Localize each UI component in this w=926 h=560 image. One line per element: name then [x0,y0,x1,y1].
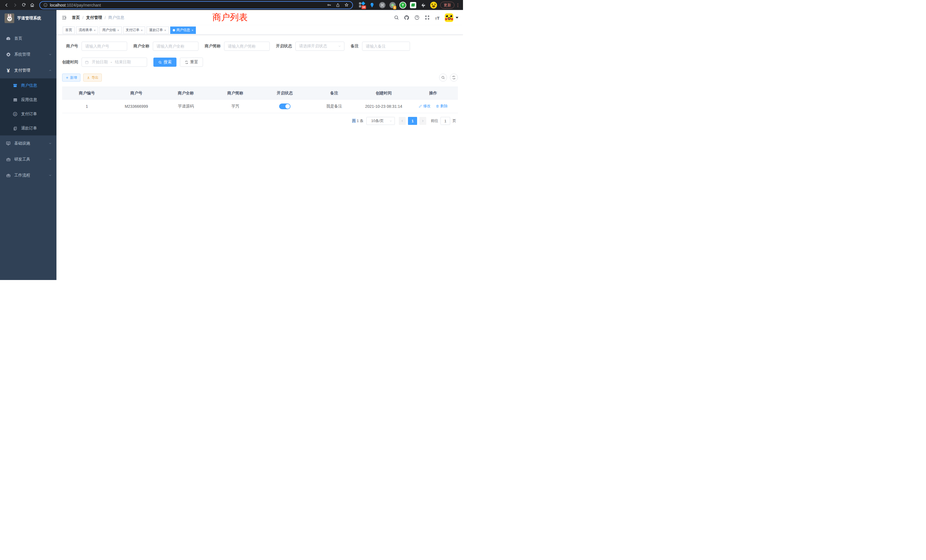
tab-user-group[interactable]: 用户分组× [100,27,121,34]
password-key-icon[interactable] [327,3,331,8]
forward-arrow-icon [12,3,18,8]
date-end-placeholder: 结束日期 [115,60,131,65]
full-name-input[interactable] [153,42,198,51]
help-icon[interactable] [414,15,420,21]
header-search-button[interactable] [393,15,399,21]
sidebar-item-dev-tools[interactable]: 研发工具 [0,151,56,167]
cell-merchant-no: M233666999 [112,100,161,113]
tab-process-form[interactable]: 流程表单× [76,27,98,34]
sidebar-item-workflow[interactable]: 工作流程 [0,167,56,183]
tab-home[interactable]: 首页 [63,27,75,34]
menu-fold-button[interactable] [61,15,67,21]
update-label: 更新 [443,3,451,8]
toggle-knob [285,104,290,109]
extension-circle-icon[interactable]: 1 [389,2,396,9]
chat-app-icon [410,2,416,8]
close-icon[interactable]: × [94,29,95,32]
extension-command-icon[interactable] [378,2,386,9]
github-icon[interactable] [404,15,409,21]
close-icon[interactable]: × [141,29,142,32]
user-menu[interactable] [445,14,458,22]
date-range-picker[interactable]: 开始日期 - 结束日期 [82,58,147,67]
sidebar-item-label: 研发工具 [14,157,30,162]
browser-menu-button[interactable]: ⋮ [455,3,460,8]
tags-view-bar: 首页 流程表单× 用户分组× 支付订单× 退款订单× 商户信息× [56,25,463,35]
close-icon[interactable]: × [117,29,119,32]
chevron-down-icon [48,158,52,161]
delete-link[interactable]: 删除 [436,103,448,109]
extension-y-icon[interactable]: Y [399,2,407,9]
extensions-puzzle-icon[interactable] [420,2,427,9]
fullscreen-icon[interactable] [424,15,430,21]
delete-label: 删除 [440,103,448,109]
browser-forward-button[interactable] [11,2,19,9]
grid-square-icon [359,5,361,8]
avatar-mouth [448,17,451,20]
browser-home-button[interactable] [29,2,36,9]
sidebar-item-merchant-info[interactable]: 商户信息 [0,79,56,93]
edit-label: 修改 [423,103,431,109]
prev-page-button[interactable] [399,117,406,125]
search-button[interactable]: 搜索 [153,58,177,67]
calendar-icon [85,60,89,64]
tab-label: 支付订单 [126,28,139,32]
toggle-search-button[interactable] [439,74,447,82]
bookmark-star-icon[interactable] [344,3,349,8]
sidebar-item-refund-order[interactable]: 退款订单 [0,121,56,135]
gauge-icon [6,36,11,41]
browser-back-button[interactable] [3,2,10,9]
tab-refund-order[interactable]: 退款订单× [147,27,168,34]
add-button[interactable]: 新增 [62,74,80,82]
breadcrumb-pay[interactable]: 支付管理 [86,15,102,20]
close-icon[interactable]: × [164,29,166,32]
remark-input[interactable] [362,42,410,51]
avatar-eye [450,15,452,17]
share-icon[interactable] [336,3,340,8]
address-bar[interactable]: localhost:1024/pay/merchant [39,1,353,9]
sidebar-item-label: 支付管理 [14,68,30,73]
browser-update-button[interactable]: 更新 [440,2,454,9]
page-size-select[interactable]: 10条/页 [366,117,395,125]
goto-page-input[interactable] [440,117,450,125]
download-icon [87,76,90,79]
breadcrumb-home[interactable]: 首页 [72,15,80,20]
extension-emoji-icon[interactable] [430,2,437,9]
sidebar-item-app-info[interactable]: 应用信息 [0,93,56,107]
refresh-table-button[interactable] [450,74,458,82]
sidebar-item-pay[interactable]: ¥ 支付管理 [0,62,56,79]
extension-badge: 1 [393,6,396,9]
extension-grid-icon[interactable]: 10 [358,2,366,9]
extension-chat-icon[interactable] [409,2,417,9]
export-button-label: 导出 [92,75,98,80]
status-toggle-on[interactable] [279,103,291,109]
tab-pay-order[interactable]: 支付订单× [123,27,145,34]
sidebar-item-system[interactable]: 系统管理 [0,47,56,62]
close-icon[interactable]: × [192,29,193,32]
extension-pin-icon[interactable] [368,2,376,9]
tab-merchant-info[interactable]: 商户信息× [170,27,196,34]
sidebar-item-pay-order[interactable]: ¥ 支付订单 [0,107,56,121]
filter-label: 开启状态 [276,44,295,49]
merchant-no-input[interactable] [82,42,127,51]
cell-merchant-id: 1 [62,100,112,113]
edit-link[interactable]: 修改 [419,103,431,109]
sidebar-item-infra[interactable]: 基础设施 [0,135,56,151]
col-actions: 操作 [409,87,458,100]
reset-button[interactable]: 重置 [180,58,203,67]
breadcrumb-separator: / [104,15,106,20]
page-unit-label: 页 [452,118,456,123]
filter-row-1: 商户号 商户全称 商户简称 开启状态 请选择开启状态 [62,42,458,51]
filter-remark: 备注 [351,42,410,51]
sidebar-item-home[interactable]: 首页 [0,30,56,47]
app-logo-row[interactable]: 芋道管理系统 [0,10,56,27]
font-size-icon[interactable]: TT [434,15,440,21]
back-arrow-icon [4,3,9,8]
page-number-1[interactable]: 1 [408,117,417,125]
shop-icon [12,83,18,88]
browser-reload-button[interactable] [20,2,27,9]
add-button-label: 新增 [70,75,77,80]
export-button[interactable]: 导出 [83,74,102,82]
status-select[interactable]: 请选择开启状态 [295,42,344,51]
next-page-button[interactable] [419,117,426,125]
short-name-input[interactable] [224,42,270,51]
